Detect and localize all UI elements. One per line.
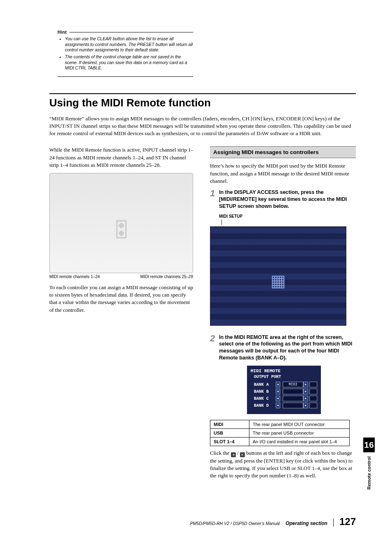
page-title: Using the MIDI Remote function <box>49 93 356 109</box>
hint-item: You can use the CLEAR button above the l… <box>65 36 193 53</box>
prev-icon[interactable]: ◂ <box>276 382 281 387</box>
section-title: Operating section <box>286 520 327 526</box>
body-text: Click the ◂ / ▸ buttons at the left and … <box>210 449 356 480</box>
page-number: 127 <box>339 516 356 527</box>
midi-setup-screenshot: ▦ <box>210 226 346 326</box>
step-text: In the MIDI REMOTE area at the right of … <box>219 334 356 362</box>
caption: MIDI remote channels 25–28 <box>141 274 193 279</box>
midi-remote-panel: MIDI REMOTE OUTPUT PORT BANK A ◂ MIDI ▸ … <box>247 366 321 414</box>
bank-value[interactable] <box>283 396 303 401</box>
prev-icon[interactable]: ◂ <box>276 396 281 401</box>
body-text: To each controller you can assign a MIDI… <box>49 284 195 314</box>
port-num[interactable] <box>309 389 317 394</box>
bank-row: BANK B ◂ ▸ <box>251 389 317 394</box>
step-number: 2 <box>210 334 219 362</box>
bank-value[interactable] <box>283 403 303 408</box>
footer: PM5D/PM5D-RH V2 / DSP5D Owner’s Manual O… <box>49 516 356 527</box>
right-arrow-icon: ▸ <box>240 452 245 457</box>
step-number: 1 <box>210 189 219 210</box>
bank-row: BANK A ◂ MIDI ▸ <box>251 382 317 387</box>
panel-title: MIDI REMOTE <box>251 368 317 373</box>
hint-title: Hint <box>58 30 67 35</box>
bank-value[interactable]: MIDI <box>283 382 303 387</box>
manual-title: PM5D/PM5D-RH V2 / DSP5D Owner’s Manual <box>190 521 279 526</box>
hint-block: Hint You can use the CLEAR button above … <box>58 30 193 77</box>
step-text: In the DISPLAY ACCESS section, press the… <box>219 189 356 210</box>
subheading: Assigning MIDI messages to controllers <box>210 146 356 158</box>
next-icon[interactable]: ▸ <box>303 396 308 401</box>
prev-icon[interactable]: ◂ <box>276 403 281 408</box>
screen-label: MIDI SETUP <box>219 214 356 225</box>
body-text: Here’s how to specify the MIDI port used… <box>210 162 356 185</box>
next-icon[interactable]: ▸ <box>303 389 308 394</box>
next-icon[interactable]: ▸ <box>303 382 308 387</box>
table-row: USB The rear panel USB connector <box>210 429 350 438</box>
section-tab: 16 Remote control <box>363 438 375 490</box>
chapter-label: Remote control <box>367 456 371 490</box>
port-num[interactable] <box>309 396 317 401</box>
console-illustration: 🎛 <box>49 173 193 273</box>
bank-value[interactable] <box>283 389 303 394</box>
caption: MIDI remote channels 1–24 <box>49 274 100 279</box>
chapter-number: 16 <box>363 438 375 452</box>
panel-sub: OUTPUT PORT <box>251 375 317 379</box>
body-text: While the MIDI Remote function is active… <box>49 146 195 169</box>
connector-table: MIDI The rear panel MIDI OUT connector U… <box>210 420 350 446</box>
port-num[interactable] <box>309 403 317 408</box>
left-arrow-icon: ◂ <box>231 452 236 457</box>
next-icon[interactable]: ▸ <box>303 403 308 408</box>
prev-icon[interactable]: ◂ <box>276 389 281 394</box>
bank-row: BANK D ◂ ▸ <box>251 403 317 408</box>
bank-row: BANK C ◂ ▸ <box>251 396 317 401</box>
table-row: MIDI The rear panel MIDI OUT connector <box>210 420 350 429</box>
table-row: SLOT 1–4 An I/O card installed in rear p… <box>210 438 350 446</box>
port-num[interactable] <box>309 382 317 387</box>
intro-text: “MIDI Remote” allows you to assign MIDI … <box>49 115 356 138</box>
hint-item: The contents of the control change table… <box>65 54 193 71</box>
